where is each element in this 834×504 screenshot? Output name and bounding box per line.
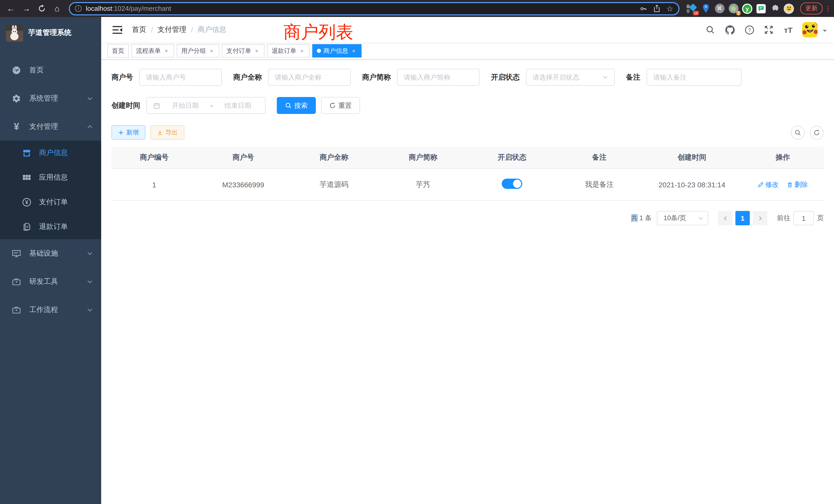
search-button[interactable]: 搜索 bbox=[277, 97, 316, 114]
goto-page-input[interactable] bbox=[793, 211, 814, 225]
bookmark-star-icon[interactable]: ☆ bbox=[666, 4, 673, 13]
full-name-input[interactable]: 请输入商户全称 bbox=[268, 69, 351, 86]
cell-remark: 我是备注 bbox=[557, 168, 642, 201]
sidebar-item-pay-order[interactable]: 支付订单 bbox=[0, 190, 101, 214]
sidebar-item-workflow[interactable]: 工作流程 bbox=[0, 296, 101, 324]
add-button[interactable]: 新增 bbox=[111, 125, 145, 140]
col-status: 开启状态 bbox=[467, 147, 557, 168]
sidebar-item-merchant-info[interactable]: 商户信息 bbox=[0, 141, 101, 165]
extension-y-icon[interactable]: y bbox=[742, 3, 752, 14]
create-time-range-picker[interactable]: 开始日期 - 结束日期 bbox=[146, 97, 265, 114]
prev-page-button[interactable] bbox=[718, 211, 732, 225]
address-bar[interactable]: i localhost:1024/pay/merchant ☆ bbox=[69, 2, 679, 15]
tab-merchant-info[interactable]: 商户信息× bbox=[312, 44, 361, 58]
extension-pin-icon[interactable] bbox=[701, 3, 711, 14]
extension-camera-icon[interactable]: 1 bbox=[728, 3, 739, 14]
page-unit-label: 页 bbox=[817, 213, 824, 223]
col-full-name: 商户全称 bbox=[289, 147, 378, 168]
refresh-icon bbox=[329, 102, 336, 109]
monitor-chart-icon bbox=[11, 249, 22, 258]
tab-refund-order[interactable]: 退款订单× bbox=[267, 44, 310, 58]
close-icon[interactable]: × bbox=[351, 48, 357, 54]
browser-back-button[interactable]: ← bbox=[4, 2, 18, 15]
page-1-button[interactable]: 1 bbox=[736, 211, 750, 225]
browser-update-button[interactable]: 更新 bbox=[800, 3, 823, 14]
breadcrumb-separator: / bbox=[151, 26, 153, 34]
extension-chat-icon[interactable] bbox=[756, 3, 766, 14]
github-icon[interactable] bbox=[724, 24, 736, 36]
extensions-row: 10 ⌘ 1 y bbox=[684, 3, 796, 14]
status-label: 开启状态 bbox=[491, 73, 520, 82]
sidebar-item-pay[interactable]: ¥ 支付管理 bbox=[0, 112, 101, 141]
merchant-no-input[interactable]: 请输入商户号 bbox=[139, 69, 222, 86]
tab-process-form[interactable]: 流程表单× bbox=[131, 44, 174, 58]
extensions-puzzle-icon[interactable] bbox=[770, 3, 780, 14]
reset-button[interactable]: 重置 bbox=[321, 97, 360, 114]
sidebar-logo[interactable]: 芋道管理系统 bbox=[0, 17, 101, 49]
edit-button[interactable]: 修改 bbox=[758, 180, 779, 189]
merchant-table: 商户编号 商户号 商户全称 商户简称 开启状态 备注 创建时间 操作 1 bbox=[111, 147, 824, 201]
navbar: 首页 / 支付管理 / 商户信息 ? ᴛT bbox=[101, 17, 834, 43]
delete-button[interactable]: 删除 bbox=[787, 180, 808, 189]
tab-home[interactable]: 首页 bbox=[107, 44, 129, 58]
close-icon[interactable]: × bbox=[254, 48, 260, 54]
status-toggle[interactable] bbox=[502, 179, 522, 189]
toggle-search-button[interactable] bbox=[791, 125, 805, 139]
dashboard-icon bbox=[11, 65, 22, 75]
sidebar-item-dev-tools[interactable]: 研发工具 bbox=[0, 268, 101, 296]
full-name-label: 商户全称 bbox=[233, 73, 262, 82]
gear-icon bbox=[11, 94, 22, 103]
merchant-no-label: 商户号 bbox=[111, 73, 133, 82]
breadcrumb: 首页 / 支付管理 / 商户信息 bbox=[132, 25, 226, 35]
export-button[interactable]: 导出 bbox=[151, 125, 184, 140]
extension-diamond-icon[interactable]: 10 bbox=[687, 3, 697, 14]
breadcrumb-pay[interactable]: 支付管理 bbox=[158, 25, 186, 35]
calendar-icon bbox=[153, 102, 160, 109]
page-info-icon[interactable]: i bbox=[75, 5, 82, 12]
user-avatar[interactable] bbox=[802, 22, 817, 38]
close-icon[interactable]: × bbox=[208, 48, 215, 54]
breadcrumb-separator: / bbox=[191, 26, 193, 34]
chevron-down-icon bbox=[87, 278, 93, 284]
close-icon[interactable]: × bbox=[299, 48, 305, 54]
col-short-name: 商户简称 bbox=[378, 147, 467, 168]
help-icon[interactable]: ? bbox=[744, 24, 755, 36]
browser-home-button[interactable]: ⌂ bbox=[50, 2, 64, 15]
table-row: 1 M233666999 芋道源码 芋艿 我是备注 2021-10-23 08:… bbox=[111, 168, 824, 201]
browser-reload-button[interactable] bbox=[35, 2, 48, 15]
col-create-time: 创建时间 bbox=[642, 147, 742, 168]
logo-rabbit-image bbox=[6, 24, 23, 41]
page-size-select[interactable]: 10条/页 bbox=[657, 211, 708, 225]
avatar-dropdown-caret[interactable] bbox=[823, 30, 827, 34]
briefcase-icon bbox=[11, 305, 22, 314]
cell-create-time: 2021-10-23 08:31:14 bbox=[642, 168, 742, 201]
extension-command-icon[interactable]: ⌘ bbox=[714, 3, 725, 14]
short-name-input[interactable]: 请输入商户简称 bbox=[397, 69, 480, 86]
browser-forward-button[interactable]: → bbox=[20, 2, 33, 15]
refresh-table-button[interactable] bbox=[810, 125, 824, 139]
search-icon[interactable] bbox=[705, 24, 716, 36]
sidebar-item-home[interactable]: 首页 bbox=[0, 56, 101, 84]
status-select[interactable]: 请选择开启状态 bbox=[526, 69, 615, 86]
font-size-icon[interactable]: ᴛT bbox=[783, 24, 794, 36]
share-icon[interactable] bbox=[653, 5, 660, 12]
sidebar-item-app-info[interactable]: 应用信息 bbox=[0, 165, 101, 190]
sidebar-item-infra[interactable]: 基础设施 bbox=[0, 239, 101, 268]
cell-short-name: 芋艿 bbox=[378, 168, 467, 201]
browser-menu-icon[interactable]: ⋮ bbox=[825, 5, 830, 12]
next-page-button[interactable] bbox=[753, 211, 767, 225]
sidebar-item-system[interactable]: 系统管理 bbox=[0, 84, 101, 112]
sidebar-collapse-icon[interactable] bbox=[108, 21, 126, 39]
close-icon[interactable]: × bbox=[163, 48, 170, 54]
remark-input[interactable]: 请输入备注 bbox=[646, 69, 742, 86]
yen-icon: ¥ bbox=[11, 121, 22, 132]
tab-pay-order[interactable]: 支付订单× bbox=[222, 44, 264, 58]
password-key-icon[interactable] bbox=[640, 5, 647, 12]
store-icon bbox=[22, 148, 32, 158]
tab-user-group[interactable]: 用户分组× bbox=[177, 44, 219, 58]
fullscreen-icon[interactable] bbox=[763, 24, 774, 36]
breadcrumb-home[interactable]: 首页 bbox=[132, 25, 146, 35]
goto-label: 前往 bbox=[777, 213, 790, 223]
sidebar-item-refund-order[interactable]: 退款订单 bbox=[0, 214, 101, 239]
profile-emoji-avatar[interactable] bbox=[784, 3, 794, 14]
